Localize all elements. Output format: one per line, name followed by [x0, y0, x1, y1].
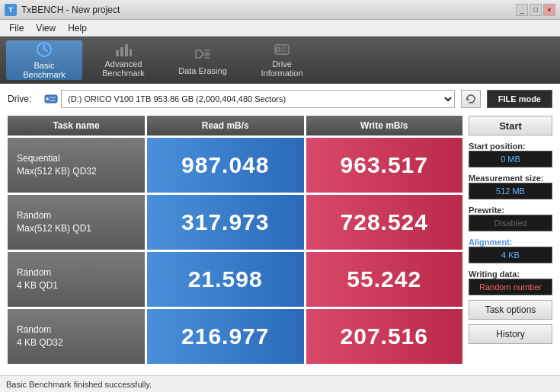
svg-point-16 [46, 97, 49, 100]
app-icon: T [5, 4, 17, 16]
advanced-benchmark-icon [114, 43, 133, 56]
row0-label: SequentialMax(512 KB) QD32 [8, 138, 145, 193]
svg-rect-4 [130, 49, 132, 56]
title-bar-controls: _ □ × [516, 4, 555, 16]
title-bar-text: TxBENCH - New project [21, 5, 120, 15]
svg-point-12 [277, 48, 280, 52]
bench-rows: SequentialMax(512 KB) QD32 987.048 963.5… [8, 138, 462, 364]
svg-rect-3 [125, 44, 128, 56]
row2-label: Random4 KB QD1 [8, 252, 145, 307]
row2-write: 55.242 [306, 252, 463, 307]
prewrite-section: Prewrite: Disabled [469, 204, 552, 231]
task-options-button[interactable]: Task options [469, 300, 552, 320]
benchmark-area: Task name Read mB/s Write mB/s Sequentia… [8, 116, 552, 364]
close-button[interactable]: × [543, 4, 555, 16]
start-position-value: 0 MB [469, 151, 552, 167]
refresh-button[interactable] [461, 90, 481, 108]
start-position-section: Start position: 0 MB [469, 140, 552, 167]
header-task: Task name [8, 116, 145, 135]
history-button[interactable]: History [469, 324, 552, 344]
minimize-button[interactable]: _ [516, 4, 528, 16]
header-read: Read mB/s [147, 116, 304, 135]
toolbar-advanced-benchmark[interactable]: AdvancedBenchmark [85, 40, 162, 80]
data-erasing-label: Data Erasing [178, 66, 227, 75]
toolbar-data-erasing[interactable]: Data Erasing [165, 40, 241, 80]
svg-rect-2 [120, 47, 123, 56]
row3-label: Random4 KB QD32 [8, 309, 145, 364]
table-row: Random4 KB QD32 216.977 207.516 [8, 309, 462, 364]
drive-row: Drive: (D:) ORICO V100 1TB 953.86 GB (2,… [8, 90, 552, 108]
menu-view[interactable]: View [30, 21, 62, 35]
title-bar-left: T TxBENCH - New project [5, 4, 120, 16]
data-erasing-icon [194, 45, 212, 63]
alignment-label: Alignment: [469, 237, 552, 247]
basic-benchmark-icon [35, 41, 53, 58]
title-bar: T TxBENCH - New project _ □ × [0, 0, 560, 20]
drive-select[interactable]: (D:) ORICO V100 1TB 953.86 GB (2,000,404… [61, 90, 455, 108]
row1-label: RandomMax(512 KB) QD1 [8, 195, 145, 250]
svg-marker-5 [196, 50, 203, 58]
maximize-button[interactable]: □ [530, 4, 542, 16]
basic-benchmark-label: BasicBenchmark [23, 61, 66, 79]
start-position-label: Start position: [469, 142, 552, 151]
row0-read: 987.048 [147, 138, 304, 193]
drive-information-icon [273, 43, 291, 56]
table-row: RandomMax(512 KB) QD1 317.973 728.524 [8, 195, 462, 250]
svg-rect-11 [275, 45, 289, 54]
measurement-size-label: Measurement size: [469, 174, 552, 183]
status-bar: Basic Benchmark finished successfully. [0, 375, 560, 392]
bench-table: Task name Read mB/s Write mB/s Sequentia… [8, 116, 462, 364]
drive-information-label: DriveInformation [261, 59, 302, 78]
drive-label: Drive: [8, 94, 38, 104]
table-row: SequentialMax(512 KB) QD32 987.048 963.5… [8, 138, 462, 193]
row0-write: 963.517 [306, 138, 463, 193]
row1-read: 317.973 [147, 195, 304, 250]
svg-rect-1 [116, 50, 119, 56]
menu-file[interactable]: File [3, 21, 30, 35]
writing-data-label: Writing data: [469, 269, 552, 279]
measurement-size-section: Measurement size: 512 MB [469, 172, 552, 199]
row3-write: 207.516 [306, 309, 463, 364]
right-panel: Start Start position: 0 MB Measurement s… [469, 116, 552, 364]
row1-write: 728.524 [306, 195, 463, 250]
writing-data-value: Random number [469, 279, 552, 295]
toolbar: BasicBenchmark AdvancedBenchmark [0, 37, 560, 84]
alignment-value: 4 KB [469, 247, 552, 263]
menu-help[interactable]: Help [62, 21, 93, 35]
writing-data-section: Writing data: Random number [469, 268, 552, 295]
table-row: Random4 KB QD1 21.598 55.242 [8, 252, 462, 307]
file-mode-button[interactable]: FILE mode [487, 90, 552, 108]
drive-icon [44, 92, 58, 106]
toolbar-drive-information[interactable]: DriveInformation [244, 40, 320, 80]
alignment-section: Alignment: 4 KB [469, 236, 552, 263]
advanced-benchmark-label: AdvancedBenchmark [102, 59, 145, 78]
header-write: Write mB/s [306, 116, 463, 135]
row3-read: 216.977 [147, 309, 304, 364]
prewrite-label: Prewrite: [469, 206, 552, 215]
prewrite-value: Disabled [469, 215, 552, 231]
row2-read: 21.598 [147, 252, 304, 307]
status-text: Basic Benchmark finished successfully. [6, 380, 152, 389]
start-button[interactable]: Start [469, 116, 552, 135]
bench-header: Task name Read mB/s Write mB/s [8, 116, 462, 135]
menu-bar: File View Help [0, 20, 560, 37]
toolbar-basic-benchmark[interactable]: BasicBenchmark [6, 40, 82, 80]
measurement-size-value: 512 MB [469, 183, 552, 199]
